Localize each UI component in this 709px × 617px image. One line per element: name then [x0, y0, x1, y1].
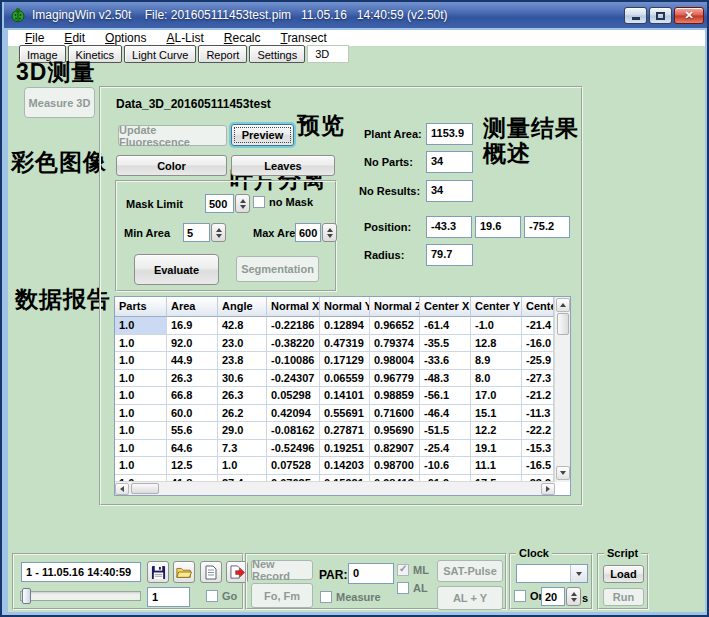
measure-checkbox[interactable]: Measure: [320, 591, 381, 603]
checkbox-box[interactable]: [397, 582, 409, 594]
table-cell[interactable]: 0.42094: [267, 405, 320, 423]
dropdown-button[interactable]: [570, 565, 587, 582]
radius-field[interactable]: 79.7: [426, 244, 473, 266]
table-cell[interactable]: 0.27871: [320, 422, 370, 440]
table-cell[interactable]: 7.3: [218, 440, 267, 458]
table-cell[interactable]: 1.0: [218, 457, 267, 475]
sat-pulse-button[interactable]: SAT-Pulse: [437, 560, 503, 582]
open-file-button[interactable]: [173, 561, 195, 583]
tab-3d[interactable]: 3D: [307, 45, 349, 63]
table-cell[interactable]: 26.3: [218, 387, 267, 405]
al-y-button[interactable]: AL + Y: [437, 586, 503, 610]
no-results-field[interactable]: 34: [426, 180, 473, 202]
table-cell[interactable]: -1.0: [471, 317, 522, 335]
table-cell[interactable]: -21.2: [522, 387, 554, 405]
table-header-cell[interactable]: Area: [167, 297, 218, 317]
table-header-cell[interactable]: Normal X: [267, 297, 320, 317]
table-cell[interactable]: 26.2: [218, 405, 267, 423]
vertical-scrollbar[interactable]: [554, 297, 570, 482]
position-y-field[interactable]: 19.6: [475, 216, 521, 238]
table-cell[interactable]: 0.47319: [320, 335, 370, 353]
position-x-field[interactable]: -43.3: [426, 216, 472, 238]
table-cell[interactable]: 0.71600: [370, 405, 420, 423]
menu-file[interactable]: File: [16, 31, 53, 45]
table-cell[interactable]: 11.1: [471, 457, 522, 475]
max-area-spin-buttons[interactable]: [322, 223, 337, 242]
script-run-button[interactable]: Run: [603, 588, 644, 606]
table-cell[interactable]: 0.98700: [370, 457, 420, 475]
table-cell[interactable]: -35.5: [420, 335, 471, 353]
checkbox-box[interactable]: [253, 196, 265, 208]
menu-al-list[interactable]: AL-List: [157, 31, 212, 45]
tab-report[interactable]: Report: [198, 45, 247, 63]
table-cell[interactable]: -10.6: [420, 457, 471, 475]
table-cell[interactable]: 0.07528: [267, 457, 320, 475]
table-header-cell[interactable]: Center Z: [522, 297, 554, 317]
table-cell[interactable]: 1.0: [115, 422, 167, 440]
no-parts-field[interactable]: 34: [426, 151, 473, 173]
table-cell[interactable]: -46.4: [420, 405, 471, 423]
table-cell[interactable]: 0.19251: [320, 440, 370, 458]
scroll-right-button[interactable]: [541, 483, 555, 495]
table-cell[interactable]: 12.2: [471, 422, 522, 440]
maximize-button[interactable]: [649, 7, 672, 24]
table-cell[interactable]: 1.0: [115, 335, 167, 353]
table-cell[interactable]: -16.5: [522, 457, 554, 475]
max-area-stepper[interactable]: 600: [295, 223, 337, 242]
update-fluorescence-button[interactable]: Update Fluorescence: [118, 125, 227, 146]
table-cell[interactable]: 0.55691: [320, 405, 370, 423]
table-cell[interactable]: -56.1: [420, 387, 471, 405]
record-slider-thumb[interactable]: [22, 588, 31, 604]
segmentation-button[interactable]: Segmentation: [236, 256, 319, 282]
table-cell[interactable]: 1.0: [115, 440, 167, 458]
checkbox-box[interactable]: [320, 591, 332, 603]
table-header-cell[interactable]: Normal Z: [370, 297, 420, 317]
horizontal-scrollbar[interactable]: [115, 481, 555, 495]
table-cell[interactable]: 0.82907: [370, 440, 420, 458]
evaluate-button[interactable]: Evaluate: [134, 254, 219, 285]
close-button[interactable]: ✕: [674, 7, 704, 24]
min-area-stepper[interactable]: 5: [183, 223, 226, 242]
al-checkbox[interactable]: AL: [397, 582, 428, 594]
minimize-button[interactable]: [624, 7, 647, 24]
preview-button[interactable]: Preview: [231, 124, 294, 146]
leaves-button[interactable]: Leaves: [231, 155, 335, 176]
table-cell[interactable]: 44.9: [167, 352, 218, 370]
table-cell[interactable]: 1.0: [115, 317, 167, 335]
table-cell[interactable]: 0.06559: [320, 370, 370, 388]
table-cell[interactable]: 0.98859: [370, 387, 420, 405]
table-cell[interactable]: -33.6: [420, 352, 471, 370]
table-cell[interactable]: -11.3: [522, 405, 554, 423]
table-cell[interactable]: 19.1: [471, 440, 522, 458]
min-area-value[interactable]: 5: [183, 223, 210, 242]
record-slider-track[interactable]: [20, 591, 141, 601]
table-cell[interactable]: -27.3: [522, 370, 554, 388]
position-z-field[interactable]: -75.2: [524, 216, 570, 238]
menu-recalc[interactable]: Recalc: [215, 31, 270, 45]
table-cell[interactable]: 66.8: [167, 387, 218, 405]
table-header-cell[interactable]: Center Y: [471, 297, 522, 317]
table-cell[interactable]: 26.3: [167, 370, 218, 388]
clock-spin-buttons[interactable]: [566, 587, 581, 606]
menu-options[interactable]: Options: [96, 31, 155, 45]
table-cell[interactable]: 55.6: [167, 422, 218, 440]
table-cell[interactable]: -22.2: [522, 422, 554, 440]
table-cell[interactable]: -0.24307: [267, 370, 320, 388]
mask-limit-stepper[interactable]: 500: [205, 194, 250, 213]
measure-3d-button[interactable]: Measure 3D: [24, 87, 95, 118]
table-cell[interactable]: 0.98004: [370, 352, 420, 370]
new-record-button[interactable]: New Record: [251, 560, 313, 580]
table-cell[interactable]: 0.12894: [320, 317, 370, 335]
plant-area-field[interactable]: 1153.9: [426, 123, 473, 145]
script-load-button[interactable]: Load: [603, 565, 644, 583]
table-cell[interactable]: 42.8: [218, 317, 267, 335]
no-mask-checkbox[interactable]: no Mask: [253, 196, 313, 208]
table-cell[interactable]: 0.17129: [320, 352, 370, 370]
table-cell[interactable]: -0.38220: [267, 335, 320, 353]
table-cell[interactable]: -0.08162: [267, 422, 320, 440]
table-header-cell[interactable]: Center X: [420, 297, 471, 317]
table-cell[interactable]: -61.4: [420, 317, 471, 335]
mask-limit-spin-buttons[interactable]: [235, 194, 250, 213]
clock-mode-dropdown[interactable]: [516, 564, 588, 583]
tab-settings[interactable]: Settings: [249, 45, 305, 63]
